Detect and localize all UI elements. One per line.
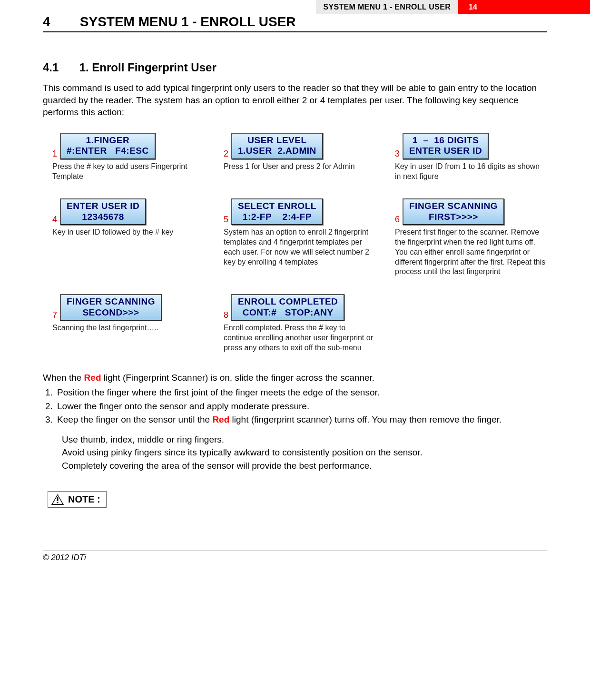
step-6: 6 FINGER SCANNING FIRST>>>> Present firs… xyxy=(395,198,547,277)
section-heading: 4.1 1. Enroll Fingerprint User xyxy=(43,61,547,74)
list-item: Position the finger where the first join… xyxy=(55,386,547,399)
chapter-heading: 4 SYSTEM MENU 1 - ENROLL USER xyxy=(43,14,547,32)
red-highlight: Red xyxy=(212,414,229,424)
text: light (Fingerprint Scanner) is on, slide… xyxy=(101,373,375,383)
section-title: 1. Enroll Fingerprint User xyxy=(79,61,216,74)
lcd-display: ENTER USER ID 12345678 xyxy=(60,198,146,225)
step-number: 4 xyxy=(52,215,57,225)
step-1: 1 1.FINGER #:ENTER F4:ESC Press the # ke… xyxy=(52,133,205,181)
lcd-display: ENROLL COMPLETED CONT:# STOP:ANY xyxy=(231,294,344,321)
step-8: 8 ENROLL COMPLETED CONT:# STOP:ANY Enrol… xyxy=(224,294,376,353)
chapter-number: 4 xyxy=(43,14,76,30)
step-caption: System has an option to enroll 2 fingerp… xyxy=(224,227,376,267)
text: light (fingerprint scanner) turns off. Y… xyxy=(229,414,502,424)
step-5: 5 SELECT ENROLL 1:2-FP 2:4-FP System has… xyxy=(224,198,376,277)
text: Keep the finger on the sensor until the xyxy=(57,414,212,424)
step-caption: Key in user ID followed by the # key xyxy=(52,227,205,237)
step-caption: Present first finger to the scanner. Rem… xyxy=(395,227,547,277)
svg-rect-2 xyxy=(57,497,59,501)
tip-line: Avoid using pinky fingers since its typi… xyxy=(62,446,547,459)
step-caption: Press 1 for User and press 2 for Admin xyxy=(224,162,376,172)
lcd-display: 1.FINGER #:ENTER F4:ESC xyxy=(60,133,156,159)
list-item: Lower the finger onto the sensor and app… xyxy=(55,400,547,413)
header-page-number: 14 xyxy=(458,0,488,14)
text: When the xyxy=(43,373,84,383)
scanner-instructions: When the Red light (Fingerprint Scanner)… xyxy=(43,372,547,472)
step-number: 2 xyxy=(224,149,228,159)
step-number: 7 xyxy=(52,311,57,321)
lcd-display: USER LEVEL 1.USER 2.ADMIN xyxy=(231,133,323,159)
lcd-display: FINGER SCANNING FIRST>>>> xyxy=(403,198,504,225)
step-caption: Enroll completed. Press the # key to con… xyxy=(224,323,376,353)
svg-rect-3 xyxy=(57,502,59,503)
lcd-display: FINGER SCANNING SECOND>>> xyxy=(60,294,162,321)
note-box: NOTE : xyxy=(48,491,107,508)
page-footer: © 2012 IDTi xyxy=(43,551,547,562)
page-header: SYSTEM MENU 1 - ENROLL USER 14 xyxy=(0,0,590,14)
note-label: NOTE : xyxy=(68,494,100,505)
step-number: 1 xyxy=(52,149,57,159)
step-3: 3 1 – 16 DIGITS ENTER USER ID Key in use… xyxy=(395,133,547,181)
header-section-title: SYSTEM MENU 1 - ENROLL USER xyxy=(316,0,458,14)
lcd-display: SELECT ENROLL 1:2-FP 2:4-FP xyxy=(231,198,323,225)
steps-grid: 1 1.FINGER #:ENTER F4:ESC Press the # ke… xyxy=(52,133,547,353)
warning-icon xyxy=(51,493,64,505)
intro-paragraph: This command is used to add typical fing… xyxy=(43,82,547,118)
step-caption: Press the # key to add users Fingerprint… xyxy=(52,162,205,182)
header-red-tail xyxy=(488,0,590,14)
lcd-display: 1 – 16 DIGITS ENTER USER ID xyxy=(403,133,489,159)
step-number: 8 xyxy=(224,311,228,321)
tip-line: Use thumb, index, middle or ring fingers… xyxy=(62,433,547,446)
step-7: 7 FINGER SCANNING SECOND>>> Scanning the… xyxy=(52,294,205,353)
step-2: 2 USER LEVEL 1.USER 2.ADMIN Press 1 for … xyxy=(224,133,376,181)
header-spacer xyxy=(0,0,316,14)
chapter-title: SYSTEM MENU 1 - ENROLL USER xyxy=(80,14,296,29)
step-number: 3 xyxy=(395,149,400,159)
step-4: 4 ENTER USER ID 12345678 Key in user ID … xyxy=(52,198,205,277)
step-caption: Key in user ID from 1 to 16 digits as sh… xyxy=(395,162,547,182)
tip-line: Completely covering the area of the sens… xyxy=(62,459,547,473)
section-number: 4.1 xyxy=(43,61,76,74)
tips-block: Use thumb, index, middle or ring fingers… xyxy=(62,433,547,473)
list-item: Keep the finger on the sensor until the … xyxy=(55,414,547,426)
step-caption: Scanning the last fingerprint….. xyxy=(52,323,205,333)
step-number: 5 xyxy=(224,215,228,225)
numbered-list: Position the finger where the first join… xyxy=(55,386,547,426)
step-number: 6 xyxy=(395,215,400,225)
red-highlight: Red xyxy=(84,373,101,383)
